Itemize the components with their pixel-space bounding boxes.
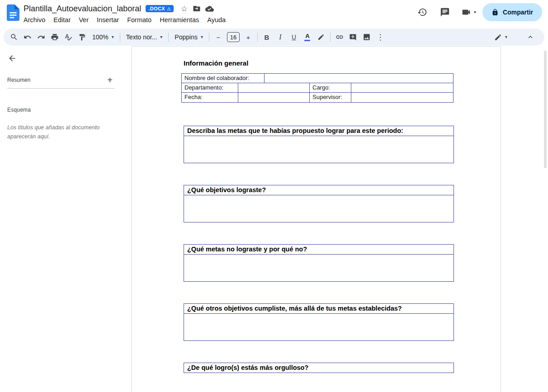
name-value-cell[interactable] <box>265 74 453 83</box>
meet-dropdown-caret-icon[interactable]: ▾ <box>474 10 476 14</box>
edit-pen-icon <box>494 33 502 41</box>
zoom-caret-icon: ▾ <box>112 35 114 39</box>
question-block-achieved: ¿Qué objetivos lograste? <box>184 185 454 222</box>
add-comment-button[interactable] <box>346 31 360 43</box>
menu-herramientas[interactable]: Herramientas <box>156 15 203 25</box>
question-answer-area[interactable] <box>184 314 454 341</box>
editing-mode-dropdown[interactable]: ▾ <box>491 31 511 43</box>
add-comment-icon <box>349 33 357 41</box>
general-info-table: Nombre del colaborador: Departamento: Ca… <box>181 73 454 103</box>
date-label-cell[interactable]: Fecha: <box>182 93 238 102</box>
cloud-status-icon[interactable] <box>203 3 215 14</box>
department-value-cell[interactable] <box>238 83 310 92</box>
undo-button[interactable] <box>21 31 34 43</box>
table-row: Departamento: Cargo: <box>182 83 453 93</box>
star-icon[interactable]: ☆ <box>178 3 190 14</box>
search-menus-button[interactable] <box>7 31 21 43</box>
increase-font-size-button[interactable]: + <box>241 31 255 43</box>
decrease-font-size-button[interactable]: − <box>212 31 225 43</box>
lock-icon <box>491 9 499 16</box>
highlight-color-button[interactable] <box>314 31 328 43</box>
version-history-button[interactable] <box>413 3 431 21</box>
question-header[interactable]: ¿De qué logro(s) estás más orgulloso? <box>184 363 454 373</box>
position-value-cell[interactable] <box>351 83 453 92</box>
spellcheck-button[interactable] <box>61 31 75 43</box>
name-label-cell[interactable]: Nombre del colaborador: <box>182 74 265 83</box>
styles-caret-icon: ▾ <box>160 35 162 39</box>
video-camera-icon <box>458 3 474 21</box>
topbar: Plantilla_Autoevaluacion_laboral .DOCX ⚠… <box>0 0 548 28</box>
underline-button[interactable]: U <box>287 31 301 43</box>
question-answer-area[interactable] <box>184 136 454 163</box>
font-family-dropdown[interactable]: Poppins ▾ <box>171 31 207 43</box>
redo-button[interactable] <box>34 31 48 43</box>
menu-archivo[interactable]: Archivo <box>19 15 49 25</box>
question-header[interactable]: ¿Qué objetivos lograste? <box>184 185 454 195</box>
outline-hint-text: Los títulos que añadas al documento apar… <box>7 123 115 141</box>
vertical-scrollbar[interactable] <box>544 51 547 168</box>
paragraph-styles-dropdown[interactable]: Texto nor... ▾ <box>123 31 166 43</box>
insert-link-button[interactable] <box>333 31 346 43</box>
question-header[interactable]: ¿Qué otros objetivos cumpliste, más allá… <box>184 303 454 314</box>
paint-format-button[interactable] <box>75 31 89 43</box>
outline-label: Esquema <box>7 107 31 113</box>
menu-insertar[interactable]: Insertar <box>93 15 123 25</box>
comments-icon <box>440 7 450 17</box>
font-size-input[interactable]: 16 <box>227 32 240 42</box>
image-icon <box>363 33 371 41</box>
document-title[interactable]: Plantilla_Autoevaluacion_laboral <box>24 4 141 14</box>
question-answer-area[interactable] <box>184 195 454 222</box>
section-heading: Información general <box>184 59 248 67</box>
paragraph-style-value: Texto nor... <box>126 33 157 41</box>
question-block-goals: Describa las metas que te habías propues… <box>184 126 454 163</box>
zoom-value: 100% <box>92 33 109 41</box>
menu-editar[interactable]: Editar <box>49 15 75 25</box>
hide-menus-button[interactable] <box>524 31 537 43</box>
italic-button[interactable]: I <box>274 31 287 43</box>
move-folder-icon[interactable] <box>191 3 203 14</box>
formatting-toolbar: 100% ▾ Texto nor... ▾ Poppins ▾ − 16 + B… <box>4 28 544 46</box>
link-icon <box>335 33 344 41</box>
meet-button[interactable]: ▾ <box>458 3 476 21</box>
print-button[interactable] <box>48 31 61 43</box>
paint-roller-icon <box>78 33 86 41</box>
back-button[interactable] <box>6 52 18 64</box>
docx-warning-icon: ⚠ <box>167 6 171 11</box>
docx-badge[interactable]: .DOCX ⚠ <box>146 5 174 12</box>
print-icon <box>51 33 59 41</box>
editing-mode-caret-icon: ▾ <box>505 35 507 39</box>
insert-image-button[interactable] <box>360 31 373 43</box>
share-button[interactable]: Compartir <box>482 3 542 21</box>
chevron-up-icon <box>526 33 534 41</box>
more-options-button[interactable]: ⋮ <box>373 31 387 43</box>
comments-button[interactable] <box>436 3 454 21</box>
spellcheck-icon <box>64 33 72 41</box>
date-value-cell[interactable] <box>238 93 310 102</box>
document-canvas: Información general Nombre del colaborad… <box>132 46 548 392</box>
question-block-proudest: ¿De qué logro(s) estás más orgulloso? <box>184 363 454 373</box>
menu-ver[interactable]: Ver <box>75 15 93 25</box>
menu-ayuda[interactable]: Ayuda <box>203 15 230 25</box>
add-summary-button[interactable]: + <box>105 75 114 85</box>
menu-formato[interactable]: Formato <box>123 15 156 25</box>
question-block-not-achieved: ¿Qué metas no lograste y por qué no? <box>184 244 454 282</box>
redo-icon <box>37 33 45 41</box>
question-answer-area[interactable] <box>184 255 454 282</box>
google-docs-logo[interactable] <box>7 4 19 21</box>
highlight-pen-icon <box>317 33 325 41</box>
supervisor-label-cell[interactable]: Supervisor: <box>310 93 351 102</box>
question-header[interactable]: ¿Qué metas no lograste y por qué no? <box>184 244 454 255</box>
undo-icon <box>24 33 32 41</box>
department-label-cell[interactable]: Departamento: <box>182 83 238 92</box>
bold-button[interactable]: B <box>260 31 274 43</box>
supervisor-value-cell[interactable] <box>351 93 453 102</box>
summary-label: Resumen <box>7 77 30 83</box>
zoom-dropdown[interactable]: 100% ▾ <box>89 31 118 43</box>
toolbar-divider <box>120 33 120 42</box>
font-family-value: Poppins <box>175 33 198 41</box>
position-label-cell[interactable]: Cargo: <box>310 83 351 92</box>
document-page[interactable]: Información general Nombre del colaborad… <box>132 46 501 392</box>
text-color-button[interactable]: A <box>301 31 314 43</box>
toolbar-divider <box>168 33 169 42</box>
question-header[interactable]: Describa las metas que te habías propues… <box>184 126 454 136</box>
